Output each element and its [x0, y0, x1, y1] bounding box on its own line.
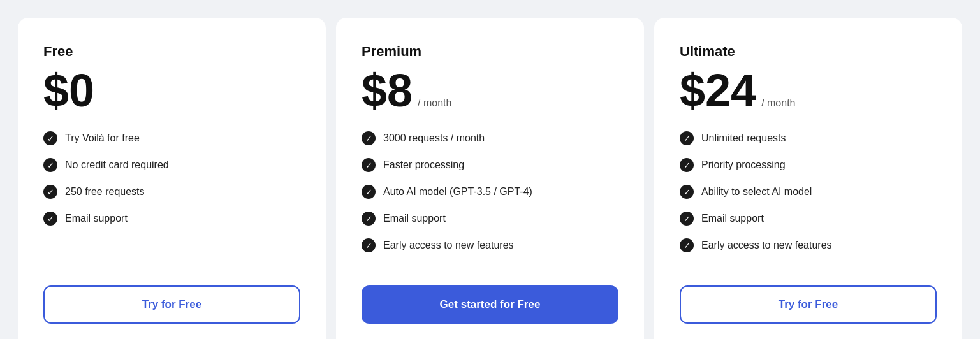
plan-name-ultimate: Ultimate — [680, 43, 937, 60]
feature-item: ✓Email support — [680, 212, 937, 226]
cta-button-premium[interactable]: Get started for Free — [362, 285, 618, 324]
feature-text: Early access to new features — [701, 240, 832, 251]
price-amount-ultimate: $24 — [680, 68, 756, 113]
feature-text: Early access to new features — [383, 240, 514, 251]
check-icon: ✓ — [680, 185, 694, 199]
check-icon: ✓ — [680, 131, 694, 145]
feature-item: ✓Ability to select AI model — [680, 185, 937, 199]
price-row-premium: $8/ month — [362, 68, 618, 113]
check-icon: ✓ — [680, 212, 694, 226]
features-list-free: ✓Try Voilà for free✓No credit card requi… — [43, 131, 300, 265]
check-icon: ✓ — [43, 185, 57, 199]
feature-item: ✓Email support — [362, 212, 618, 226]
feature-item: ✓250 free requests — [43, 185, 300, 199]
pricing-card-premium: Premium$8/ month✓3000 requests / month✓F… — [336, 18, 644, 339]
feature-text: Faster processing — [383, 159, 464, 171]
feature-item: ✓3000 requests / month — [362, 131, 618, 145]
price-period-premium: / month — [418, 97, 451, 109]
feature-item: ✓Early access to new features — [362, 238, 618, 252]
check-icon: ✓ — [43, 131, 57, 145]
feature-text: Unlimited requests — [701, 133, 786, 144]
feature-item: ✓Email support — [43, 212, 300, 226]
check-icon: ✓ — [43, 158, 57, 172]
feature-text: Email support — [383, 213, 446, 224]
check-icon: ✓ — [362, 185, 376, 199]
price-row-ultimate: $24/ month — [680, 68, 937, 113]
feature-item: ✓Faster processing — [362, 158, 618, 172]
feature-text: Ability to select AI model — [701, 186, 812, 198]
feature-text: Email support — [701, 213, 764, 224]
check-icon: ✓ — [362, 212, 376, 226]
features-list-ultimate: ✓Unlimited requests✓Priority processing✓… — [680, 131, 937, 265]
pricing-card-ultimate: Ultimate$24/ month✓Unlimited requests✓Pr… — [654, 18, 962, 339]
check-icon: ✓ — [362, 158, 376, 172]
feature-text: Try Voilà for free — [65, 133, 140, 144]
price-period-ultimate: / month — [761, 97, 795, 109]
plan-name-premium: Premium — [362, 43, 618, 60]
feature-item: ✓Unlimited requests — [680, 131, 937, 145]
price-amount-premium: $8 — [362, 68, 413, 113]
check-icon: ✓ — [43, 212, 57, 226]
feature-text: 3000 requests / month — [383, 133, 485, 144]
pricing-card-free: Free$0✓Try Voilà for free✓No credit card… — [18, 18, 326, 339]
feature-item: ✓Auto AI model (GPT-3.5 / GPT-4) — [362, 185, 618, 199]
feature-text: No credit card required — [65, 159, 169, 171]
feature-item: ✓Try Voilà for free — [43, 131, 300, 145]
feature-item: ✓No credit card required — [43, 158, 300, 172]
feature-item: ✓Priority processing — [680, 158, 937, 172]
feature-text: Priority processing — [701, 159, 786, 171]
cta-button-ultimate[interactable]: Try for Free — [680, 285, 937, 324]
check-icon: ✓ — [362, 238, 376, 252]
pricing-container: Free$0✓Try Voilà for free✓No credit card… — [13, 13, 967, 339]
check-icon: ✓ — [362, 131, 376, 145]
price-row-free: $0 — [43, 68, 300, 113]
feature-text: 250 free requests — [65, 186, 145, 198]
feature-text: Email support — [65, 213, 128, 224]
features-list-premium: ✓3000 requests / month✓Faster processing… — [362, 131, 618, 265]
plan-name-free: Free — [43, 43, 300, 60]
check-icon: ✓ — [680, 158, 694, 172]
feature-text: Auto AI model (GPT-3.5 / GPT-4) — [383, 186, 532, 198]
cta-button-free[interactable]: Try for Free — [43, 285, 300, 324]
price-amount-free: $0 — [43, 68, 94, 113]
feature-item: ✓Early access to new features — [680, 238, 937, 252]
check-icon: ✓ — [680, 238, 694, 252]
